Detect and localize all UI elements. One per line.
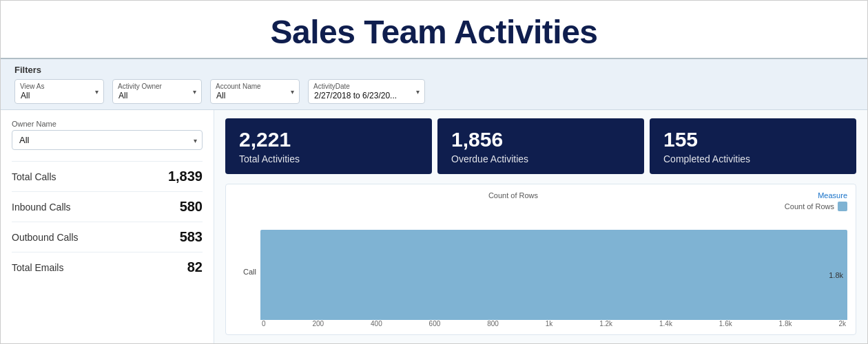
- chart-body: Call 1.8k 0 200 400 600 800: [234, 214, 847, 329]
- account-name-filter[interactable]: Account Name All ▾: [210, 79, 300, 104]
- chart-axis-label: Count of Rows: [262, 191, 765, 200]
- page-title: Sales Team Activities: [270, 14, 597, 50]
- kpi-total-activities-label: Total Activities: [239, 153, 418, 164]
- x-tick-9: 1.8k: [779, 320, 792, 327]
- outbound-calls-label: Outbound Calls: [12, 232, 79, 243]
- kpi-completed-activities-label: Completed Activities: [663, 153, 843, 164]
- activity-date-select[interactable]: 2/27/2018 to 6/23/20...: [308, 79, 425, 104]
- account-name-select[interactable]: All: [210, 79, 300, 104]
- outbound-calls-value: 583: [180, 229, 203, 245]
- legend-label: Count of Rows: [785, 202, 834, 211]
- x-tick-0: 0: [262, 320, 266, 327]
- right-panel: 2,221 Total Activities 1,856 Overdue Act…: [214, 110, 867, 343]
- total-calls-value: 1,839: [168, 169, 203, 184]
- total-emails-label: Total Emails: [12, 262, 63, 273]
- filters-label: Filters: [14, 65, 854, 75]
- x-tick-1: 200: [312, 320, 324, 327]
- owner-name-select[interactable]: All: [12, 130, 203, 150]
- x-tick-8: 1.6k: [719, 320, 732, 327]
- x-tick-4: 800: [487, 320, 499, 327]
- total-calls-label: Total Calls: [12, 171, 56, 182]
- inbound-calls-label: Inbound Calls: [12, 202, 71, 213]
- kpi-completed-activities: 155 Completed Activities: [650, 118, 856, 174]
- main-content: Owner Name All ▾ Total Calls 1,839 Inbou…: [1, 110, 867, 343]
- x-tick-3: 600: [429, 320, 441, 327]
- kpi-overdue-activities-label: Overdue Activities: [451, 153, 630, 164]
- kpi-total-activities-number: 2,221: [239, 128, 418, 151]
- bar-container: 1.8k: [260, 214, 847, 320]
- chart-top-row: Count of Rows Measure Count of Rows: [234, 191, 847, 211]
- bar-value-label: 1.8k: [829, 271, 843, 279]
- x-tick-6: 1.2k: [599, 320, 612, 327]
- inbound-calls-value: 580: [180, 199, 203, 215]
- chart-inner: 1.8k 0 200 400 600 800 1k 1.2k 1.4k: [260, 214, 847, 329]
- stat-row-outbound-calls: Outbound Calls 583: [12, 222, 203, 252]
- x-tick-5: 1k: [546, 320, 553, 327]
- owner-name-label: Owner Name: [12, 120, 203, 128]
- filters-row: View As All ▾ Activity Owner All ▾ Accou…: [14, 79, 854, 104]
- legend-item: Count of Rows: [785, 202, 847, 211]
- chart-bar: 1.8k: [260, 230, 847, 320]
- view-as-filter[interactable]: View As All ▾: [14, 79, 104, 104]
- left-panel: Owner Name All ▾ Total Calls 1,839 Inbou…: [1, 110, 214, 343]
- kpi-row: 2,221 Total Activities 1,856 Overdue Act…: [225, 118, 856, 174]
- stat-row-total-calls: Total Calls 1,839: [12, 161, 203, 191]
- activity-owner-filter[interactable]: Activity Owner All ▾: [112, 79, 202, 104]
- kpi-completed-activities-number: 155: [663, 128, 843, 151]
- x-tick-7: 1.4k: [659, 320, 672, 327]
- stat-row-total-emails: Total Emails 82: [12, 252, 203, 282]
- page-header: Sales Team Activities: [1, 1, 867, 59]
- measure-label: Measure: [818, 191, 847, 200]
- kpi-overdue-activities: 1,856 Overdue Activities: [437, 118, 644, 174]
- legend-color-box: [838, 202, 847, 211]
- kpi-total-activities: 2,221 Total Activities: [225, 118, 432, 174]
- x-tick-2: 400: [371, 320, 382, 327]
- kpi-overdue-activities-number: 1,856: [451, 128, 630, 151]
- chart-y-label: Call: [234, 214, 260, 329]
- owner-select-wrapper[interactable]: All ▾: [12, 130, 203, 150]
- x-tick-10: 2k: [838, 320, 846, 327]
- view-as-select[interactable]: All: [14, 79, 104, 104]
- activity-owner-select[interactable]: All: [112, 79, 202, 104]
- chart-legend: Measure Count of Rows: [765, 191, 847, 211]
- stat-row-inbound-calls: Inbound Calls 580: [12, 191, 203, 222]
- total-emails-value: 82: [187, 259, 203, 275]
- chart-area: Count of Rows Measure Count of Rows Call: [225, 184, 856, 335]
- chart-x-axis: 0 200 400 600 800 1k 1.2k 1.4k 1.6k 1.8k…: [260, 320, 847, 327]
- filters-bar: Filters View As All ▾ Activity Owner All…: [1, 59, 867, 110]
- activity-date-filter[interactable]: ActivityDate 2/27/2018 to 6/23/20... ▾: [308, 79, 425, 104]
